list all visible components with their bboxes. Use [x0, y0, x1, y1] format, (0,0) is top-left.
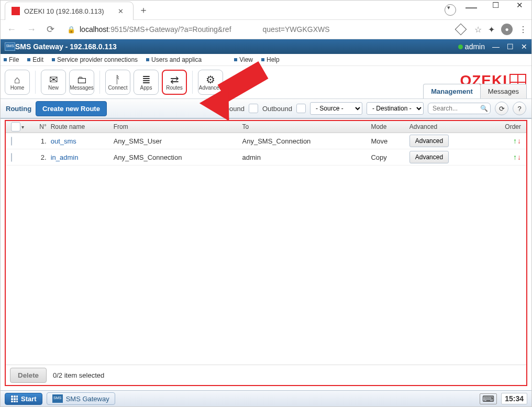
route-link[interactable]: in_admin: [49, 153, 112, 161]
nav-reload-icon[interactable]: ⟳: [45, 24, 57, 35]
tool-routes[interactable]: ⇄Routes: [162, 70, 187, 95]
close-tab-icon[interactable]: ✕: [115, 6, 127, 16]
home-icon: ⌂: [14, 74, 20, 85]
menu-users[interactable]: Users and applica: [146, 56, 202, 63]
right-tabs: Management Messages: [423, 86, 526, 98]
extensions-icon[interactable]: ✦: [488, 25, 495, 35]
menu-file[interactable]: File: [4, 56, 19, 63]
app-icon: SMS: [5, 42, 15, 51]
gear-icon: ⚙: [206, 74, 215, 85]
delete-button[interactable]: Delete: [10, 368, 47, 383]
table-footer: Delete 0/2 item selected: [6, 365, 526, 385]
chevron-down-icon[interactable]: ▾: [21, 124, 24, 130]
menu-view[interactable]: View: [234, 56, 253, 63]
tab-messages[interactable]: Messages: [480, 84, 527, 98]
app-titlebar: SMS SMS Gateway - 192.168.0.113 admin — …: [1, 39, 531, 54]
col-number[interactable]: N°: [35, 123, 49, 130]
lock-icon: 🔒: [67, 26, 75, 34]
toolbar: ⌂Home ✉New 🗀Messages ᚨConnect ≣Apps ⇄Rou…: [1, 66, 223, 98]
table-header: ▾ N° Route name From To Mode Advanced Or…: [6, 121, 526, 133]
col-from[interactable]: From: [112, 123, 240, 130]
browser-navbar: ← → ⟳ 🔒 localhost :9515 /SMS+Gateway/?a=…: [1, 20, 531, 39]
app-minimize-icon[interactable]: —: [492, 42, 500, 51]
tool-home[interactable]: ⌂Home: [5, 70, 30, 95]
tool-messages[interactable]: 🗀Messages: [69, 70, 94, 95]
row-advanced-button[interactable]: Advanced: [409, 151, 449, 163]
profile-avatar-icon[interactable]: ●: [501, 24, 513, 35]
select-all-checkbox[interactable]: [11, 122, 20, 131]
menu-connections[interactable]: Service provider connections: [52, 56, 138, 63]
url-path: /SMS+Gateway/?a=Routing&ref: [127, 25, 231, 34]
window-maximize-icon[interactable]: ☐: [483, 1, 507, 19]
selection-count: 0/2 item selected: [53, 371, 104, 379]
url-query: quest=YWGKGXWS: [263, 25, 330, 34]
grid-icon: [10, 395, 18, 402]
url-host: localhost: [80, 25, 108, 34]
favicon: [12, 7, 20, 15]
bookmark-icon[interactable]: ☆: [474, 25, 482, 35]
window-minimize-icon[interactable]: —: [459, 1, 483, 19]
menu-help[interactable]: Help: [261, 56, 280, 63]
tool-advanced[interactable]: ⚙Advanced: [198, 70, 223, 95]
menu-edit[interactable]: Edit: [27, 56, 43, 63]
browser-tab[interactable]: OZEKI 10 (192.168.0.113) ✕: [5, 2, 134, 20]
status-dot-icon: [458, 45, 463, 49]
move-up-icon[interactable]: ↑: [513, 137, 517, 145]
col-advanced[interactable]: Advanced: [407, 123, 485, 130]
row-checkbox[interactable]: [11, 153, 12, 162]
move-down-icon[interactable]: ↓: [517, 153, 521, 161]
search-icon[interactable]: 🔍: [480, 105, 488, 112]
app-maximize-icon[interactable]: ☐: [507, 42, 514, 51]
table-row[interactable]: 1. out_sms Any_SMS_User Any_SMS_Connecti…: [6, 133, 526, 149]
address-bar[interactable]: 🔒 localhost :9515 /SMS+Gateway/?a=Routin…: [63, 25, 447, 34]
tool-new[interactable]: ✉New: [41, 70, 66, 95]
clock: 15:34: [501, 393, 527, 404]
move-up-icon[interactable]: ↑: [513, 153, 517, 161]
nav-back-icon[interactable]: ←: [5, 24, 18, 35]
antenna-icon: ᚨ: [115, 74, 121, 85]
user-label[interactable]: admin: [465, 42, 485, 51]
move-down-icon[interactable]: ↓: [517, 137, 521, 145]
folder-icon: 🗀: [76, 74, 87, 85]
col-order[interactable]: Order: [485, 123, 523, 130]
tab-management[interactable]: Management: [423, 84, 480, 98]
routes-icon: ⇄: [170, 74, 179, 85]
table-row[interactable]: 2. in_admin Any_SMS_Connection admin Cop…: [6, 149, 526, 166]
new-tab-button[interactable]: ＋: [134, 2, 153, 18]
browser-menu-icon[interactable]: ⋮: [519, 25, 527, 35]
col-mode[interactable]: Mode: [369, 123, 407, 130]
task-sms-gateway[interactable]: SMS SMS Gateway: [47, 392, 115, 405]
app-taskbar: Start SMS SMS Gateway ⌨ 15:34: [1, 390, 531, 406]
row-checkbox[interactable]: [11, 137, 12, 146]
new-icon: ✉: [49, 74, 58, 85]
app-frame: SMS SMS Gateway - 192.168.0.113 admin — …: [1, 39, 531, 406]
tab-overflow-icon[interactable]: [445, 4, 456, 16]
routes-panel: ▾ N° Route name From To Mode Advanced Or…: [5, 120, 527, 386]
share-icon[interactable]: [455, 24, 467, 36]
sms-icon: SMS: [52, 394, 63, 403]
window-close-icon[interactable]: ✕: [507, 1, 531, 19]
app-title: SMS Gateway - 192.168.0.113: [15, 42, 117, 51]
tab-title: OZEKI 10 (192.168.0.113): [24, 7, 115, 15]
col-name[interactable]: Route name: [49, 123, 112, 130]
tool-connect[interactable]: ᚨConnect: [105, 70, 130, 95]
start-button[interactable]: Start: [5, 393, 42, 405]
database-icon: ≣: [142, 74, 151, 85]
tool-apps[interactable]: ≣Apps: [134, 70, 159, 95]
keyboard-icon[interactable]: ⌨: [480, 393, 497, 404]
browser-window: OZEKI 10 (192.168.0.113) ✕ ＋ — ☐ ✕ ← → ⟳…: [0, 0, 532, 407]
route-link[interactable]: out_sms: [49, 137, 112, 145]
app-close-icon[interactable]: ✕: [521, 42, 527, 51]
row-advanced-button[interactable]: Advanced: [409, 135, 449, 147]
col-to[interactable]: To: [240, 123, 369, 130]
nav-forward-icon[interactable]: →: [25, 24, 38, 35]
url-port: :9515: [108, 25, 127, 34]
app-menubar: File Edit Service provider connections U…: [1, 54, 531, 66]
browser-tabstrip: OZEKI 10 (192.168.0.113) ✕ ＋ — ☐ ✕: [1, 1, 531, 20]
